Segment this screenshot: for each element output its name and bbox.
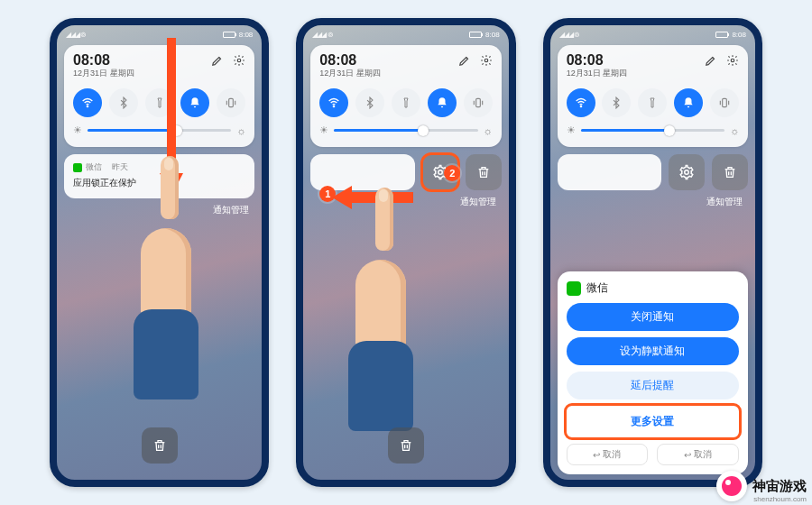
notification-options-sheet: 微信 关闭通知 设为静默通知 延后提醒 更多设置 ↩取消 ↩取消 [558,271,748,474]
bluetooth-toggle[interactable] [109,88,138,117]
svg-point-4 [484,59,488,62]
notif-mgmt-label[interactable]: 通知管理 [69,204,249,216]
watermark-url: shenzhoum.com [753,495,807,503]
bell-toggle[interactable] [180,88,209,117]
annotation-hand [339,188,420,395]
brightness-high-icon: ☼ [236,125,245,136]
sheet-cancel-button[interactable]: ↩取消 [567,444,649,465]
clear-all-button[interactable] [388,427,424,464]
bell-toggle[interactable] [674,88,703,117]
notification-card-swiped[interactable] [310,154,414,190]
svg-point-7 [438,170,442,175]
signal-icon: ◢◢◢ ⊚ [66,31,86,39]
svg-marker-8 [332,186,413,209]
bluetooth-toggle[interactable] [602,88,631,117]
brightness-slider[interactable]: ☀☼ [319,124,492,136]
status-bar: ◢◢◢ ⊚ 8:08 [303,25,508,41]
gear-icon[interactable] [726,54,739,67]
sheet-cancel-button-2[interactable]: ↩取消 [657,444,739,465]
wifi-toggle[interactable] [73,88,102,117]
notification-delete-button[interactable] [712,154,748,190]
notification-delete-button[interactable] [466,154,502,190]
annotation-arrow-left [332,186,383,206]
silent-notif-button[interactable]: 设为静默通知 [567,337,739,365]
sheet-app-name: 微信 [586,280,608,296]
phone-frame-2: ◢◢◢ ⊚ 8:08 08:08 12月31日 星期四 [296,18,515,487]
wifi-toggle[interactable] [567,88,595,117]
notification-settings-button[interactable] [669,154,705,190]
edit-icon[interactable] [211,54,224,67]
notif-mgmt-label[interactable]: 通知管理 [563,196,743,208]
status-bar: ◢◢◢ ⊚ 8:08 [550,25,755,41]
notification-card-swiped[interactable] [558,154,661,190]
flashlight-toggle[interactable] [392,88,420,117]
vibrate-toggle[interactable] [710,88,739,117]
wechat-icon [73,163,82,172]
panel-date: 12月31日 星期四 [73,68,134,79]
watermark: 神宙游戏 shenzhoum.com [716,471,807,501]
gear-icon[interactable] [480,54,493,67]
gear-icon[interactable] [233,54,245,67]
svg-point-1 [87,106,88,106]
phone-frame-3: ◢◢◢ ⊚ 8:08 08:08 12月31日 星期四 [543,18,762,487]
delay-notif-button[interactable]: 延后提醒 [567,372,739,399]
quick-settings-panel: 08:08 12月31日 星期四 ☀☼ [558,45,748,147]
brightness-slider[interactable]: ☀☼ [567,124,739,136]
vibrate-toggle[interactable] [464,88,493,117]
edit-icon[interactable] [458,54,471,67]
bell-toggle[interactable] [428,88,457,117]
vibrate-toggle[interactable] [217,88,245,117]
clear-all-button[interactable] [142,427,178,464]
close-notif-button[interactable]: 关闭通知 [567,303,739,331]
svg-rect-6 [475,98,480,106]
svg-point-5 [334,106,335,106]
quick-settings-panel: 08:08 12月31日 星期四 ☀☼ [310,45,501,147]
svg-point-10 [580,106,581,106]
bluetooth-toggle[interactable] [355,88,384,117]
watermark-logo-icon [716,471,747,501]
svg-point-0 [238,59,242,62]
svg-marker-3 [160,38,183,196]
wifi-toggle[interactable] [319,88,348,117]
more-settings-button[interactable]: 更多设置 [567,406,739,437]
svg-point-12 [685,170,689,175]
edit-icon[interactable] [705,54,717,67]
phone-frame-1: ◢◢◢ ⊚ 8:08 08:08 12月31日 星期四 [50,18,269,487]
svg-point-9 [731,59,734,62]
wechat-icon [567,281,581,296]
battery-indicator: 8:08 [223,31,254,39]
brightness-low-icon: ☀ [73,124,82,136]
watermark-title: 神宙游戏 [752,478,807,495]
panel-time: 08:08 [73,52,134,69]
flashlight-toggle[interactable] [638,88,667,117]
svg-rect-11 [723,98,727,106]
svg-rect-2 [229,98,234,106]
